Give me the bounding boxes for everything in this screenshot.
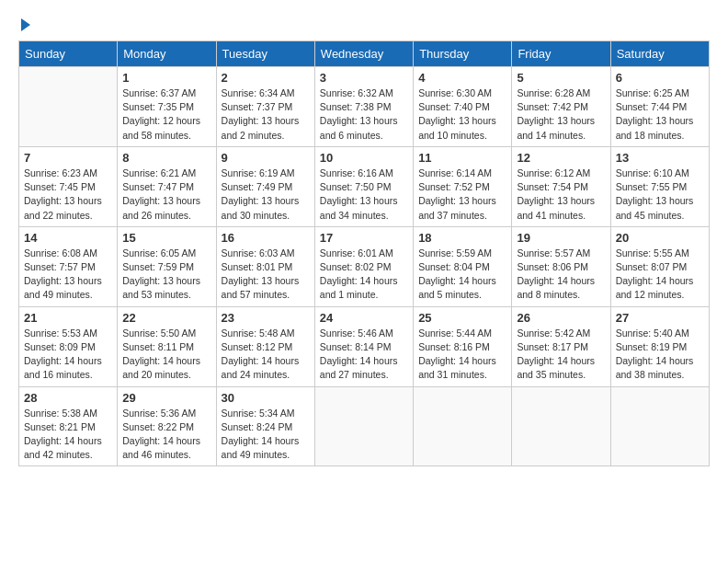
cell-info: Sunrise: 6:19 AMSunset: 7:49 PMDaylight:… [222,167,310,223]
calendar-week-row: 28Sunrise: 5:38 AMSunset: 8:21 PMDayligh… [19,386,710,466]
calendar-cell: 26Sunrise: 5:42 AMSunset: 8:17 PMDayligh… [512,306,610,386]
cell-info: Sunrise: 5:50 AMSunset: 8:11 PMDaylight:… [122,327,210,383]
day-number: 9 [222,151,310,165]
weekday-header-friday: Friday [512,41,610,67]
day-number: 4 [418,71,506,85]
day-number: 8 [122,151,210,165]
logo-triangle-icon [21,18,30,31]
calendar-cell [19,67,118,147]
cell-info: Sunrise: 5:46 AMSunset: 8:14 PMDaylight:… [320,327,408,383]
calendar-cell: 3Sunrise: 6:32 AMSunset: 7:38 PMDaylight… [314,67,413,147]
calendar-cell [512,386,610,466]
cell-info: Sunrise: 5:53 AMSunset: 8:09 PMDaylight:… [24,327,112,383]
cell-info: Sunrise: 6:30 AMSunset: 7:40 PMDaylight:… [418,86,506,143]
day-number: 22 [122,311,210,325]
calendar-table: SundayMondayTuesdayWednesdayThursdayFrid… [18,40,710,466]
day-number: 7 [24,151,112,165]
weekday-header-wednesday: Wednesday [314,41,413,67]
calendar-cell: 7Sunrise: 6:23 AMSunset: 7:45 PMDaylight… [19,146,118,226]
calendar-week-row: 7Sunrise: 6:23 AMSunset: 7:45 PMDaylight… [19,146,710,226]
day-number: 18 [418,231,506,245]
cell-info: Sunrise: 6:21 AMSunset: 7:47 PMDaylight:… [122,167,210,223]
day-number: 2 [222,71,310,85]
cell-info: Sunrise: 6:14 AMSunset: 7:52 PMDaylight:… [418,167,506,223]
calendar-cell [610,386,709,466]
cell-info: Sunrise: 6:03 AMSunset: 8:01 PMDaylight:… [222,247,310,303]
cell-info: Sunrise: 5:48 AMSunset: 8:12 PMDaylight:… [222,327,310,383]
cell-info: Sunrise: 5:42 AMSunset: 8:17 PMDaylight:… [517,327,605,383]
cell-info: Sunrise: 6:08 AMSunset: 7:57 PMDaylight:… [24,247,112,303]
calendar-cell: 11Sunrise: 6:14 AMSunset: 7:52 PMDayligh… [414,146,512,226]
day-number: 14 [24,231,112,245]
day-number: 5 [517,71,605,85]
day-number: 16 [222,231,310,245]
calendar-cell: 19Sunrise: 5:57 AMSunset: 8:06 PMDayligh… [512,226,610,306]
cell-info: Sunrise: 5:38 AMSunset: 8:21 PMDaylight:… [24,407,112,463]
cell-info: Sunrise: 5:44 AMSunset: 8:16 PMDaylight:… [418,327,506,383]
cell-info: Sunrise: 6:01 AMSunset: 8:02 PMDaylight:… [320,247,408,303]
weekday-header-thursday: Thursday [414,41,512,67]
calendar-cell: 16Sunrise: 6:03 AMSunset: 8:01 PMDayligh… [216,226,314,306]
calendar-cell: 5Sunrise: 6:28 AMSunset: 7:42 PMDaylight… [512,67,610,147]
cell-info: Sunrise: 5:55 AMSunset: 8:07 PMDaylight:… [616,247,704,303]
cell-info: Sunrise: 5:36 AMSunset: 8:22 PMDaylight:… [122,407,210,463]
calendar-cell: 27Sunrise: 5:40 AMSunset: 8:19 PMDayligh… [610,306,709,386]
calendar-week-row: 14Sunrise: 6:08 AMSunset: 7:57 PMDayligh… [19,226,710,306]
calendar-cell: 10Sunrise: 6:16 AMSunset: 7:50 PMDayligh… [314,146,413,226]
day-number: 10 [320,151,408,165]
cell-info: Sunrise: 5:40 AMSunset: 8:19 PMDaylight:… [616,327,704,383]
day-number: 21 [24,311,112,325]
weekday-header-row: SundayMondayTuesdayWednesdayThursdayFrid… [19,41,710,67]
cell-info: Sunrise: 6:25 AMSunset: 7:44 PMDaylight:… [616,86,704,143]
cell-info: Sunrise: 6:12 AMSunset: 7:54 PMDaylight:… [517,167,605,223]
calendar-cell: 8Sunrise: 6:21 AMSunset: 7:47 PMDaylight… [118,146,216,226]
cell-info: Sunrise: 5:59 AMSunset: 8:04 PMDaylight:… [418,247,506,303]
day-number: 17 [320,231,408,245]
header [18,18,710,31]
calendar-cell: 23Sunrise: 5:48 AMSunset: 8:12 PMDayligh… [216,306,314,386]
day-number: 30 [222,391,310,405]
calendar-cell: 22Sunrise: 5:50 AMSunset: 8:11 PMDayligh… [118,306,216,386]
cell-info: Sunrise: 5:57 AMSunset: 8:06 PMDaylight:… [517,247,605,303]
calendar-cell: 24Sunrise: 5:46 AMSunset: 8:14 PMDayligh… [314,306,413,386]
calendar-week-row: 1Sunrise: 6:37 AMSunset: 7:35 PMDaylight… [19,67,710,147]
cell-info: Sunrise: 6:37 AMSunset: 7:35 PMDaylight:… [122,86,210,143]
day-number: 15 [122,231,210,245]
calendar-cell: 29Sunrise: 5:36 AMSunset: 8:22 PMDayligh… [118,386,216,466]
calendar-cell: 28Sunrise: 5:38 AMSunset: 8:21 PMDayligh… [19,386,118,466]
calendar-cell: 12Sunrise: 6:12 AMSunset: 7:54 PMDayligh… [512,146,610,226]
day-number: 19 [517,231,605,245]
day-number: 28 [24,391,112,405]
logo [18,18,30,31]
calendar-cell: 6Sunrise: 6:25 AMSunset: 7:44 PMDaylight… [610,67,709,147]
day-number: 26 [517,311,605,325]
calendar-cell: 14Sunrise: 6:08 AMSunset: 7:57 PMDayligh… [19,226,118,306]
cell-info: Sunrise: 6:23 AMSunset: 7:45 PMDaylight:… [24,167,112,223]
cell-info: Sunrise: 6:34 AMSunset: 7:37 PMDaylight:… [222,86,310,143]
calendar-cell: 2Sunrise: 6:34 AMSunset: 7:37 PMDaylight… [216,67,314,147]
day-number: 29 [122,391,210,405]
weekday-header-monday: Monday [118,41,216,67]
calendar-cell: 13Sunrise: 6:10 AMSunset: 7:55 PMDayligh… [610,146,709,226]
day-number: 20 [616,231,704,245]
day-number: 25 [418,311,506,325]
cell-info: Sunrise: 6:32 AMSunset: 7:38 PMDaylight:… [320,86,408,143]
calendar-cell: 4Sunrise: 6:30 AMSunset: 7:40 PMDaylight… [414,67,512,147]
calendar-cell [314,386,413,466]
day-number: 24 [320,311,408,325]
calendar-cell: 25Sunrise: 5:44 AMSunset: 8:16 PMDayligh… [414,306,512,386]
calendar-cell: 30Sunrise: 5:34 AMSunset: 8:24 PMDayligh… [216,386,314,466]
day-number: 6 [616,71,704,85]
cell-info: Sunrise: 6:16 AMSunset: 7:50 PMDaylight:… [320,167,408,223]
cell-info: Sunrise: 6:10 AMSunset: 7:55 PMDaylight:… [616,167,704,223]
cell-info: Sunrise: 5:34 AMSunset: 8:24 PMDaylight:… [222,407,310,463]
day-number: 11 [418,151,506,165]
weekday-header-saturday: Saturday [610,41,709,67]
calendar-cell [414,386,512,466]
weekday-header-sunday: Sunday [19,41,118,67]
cell-info: Sunrise: 6:28 AMSunset: 7:42 PMDaylight:… [517,86,605,143]
calendar-cell: 17Sunrise: 6:01 AMSunset: 8:02 PMDayligh… [314,226,413,306]
day-number: 23 [222,311,310,325]
day-number: 12 [517,151,605,165]
calendar-cell: 1Sunrise: 6:37 AMSunset: 7:35 PMDaylight… [118,67,216,147]
